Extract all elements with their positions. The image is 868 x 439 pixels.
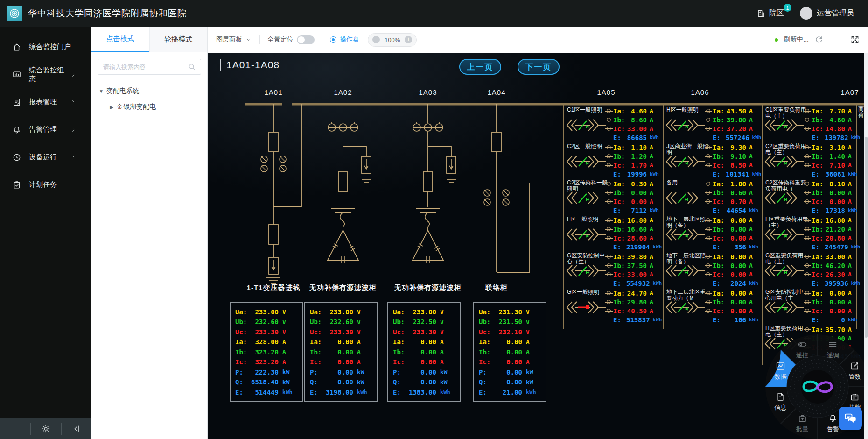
radial-item-批量[interactable]: 批量 (788, 413, 816, 433)
meter-row-Ub: Ub:231.50V (479, 317, 542, 327)
sidebar-item-1[interactable]: 综合监控门户 (0, 33, 91, 61)
meter-value: 232.10 (495, 328, 526, 336)
feeder-row-E: E:356kWh (706, 242, 761, 251)
meter-unit: kW (282, 379, 298, 386)
radial-item-遥调[interactable]: 遥调 (819, 340, 847, 360)
radial-item-信息[interactable]: 信息 (767, 392, 795, 412)
feeder-readouts: Ia:39.80AIb:37.50AIc:33.00AE:554932kWh (607, 252, 662, 288)
search-input[interactable] (102, 63, 187, 71)
tree-node-power-system[interactable]: ▼ 变配电系统 (91, 83, 207, 99)
feeder-entry: 备用Ia:1.00AIb:0.60AIc:0.70AE:44654kWh (665, 179, 761, 216)
meter-row-E: E:1383.00kWh (393, 387, 456, 397)
refresh-icon[interactable] (814, 35, 824, 44)
meter-value: 0.00 (409, 378, 440, 386)
sidebar-item-4[interactable]: 告警管理 (0, 116, 91, 143)
sidebar-collapse-button[interactable] (62, 424, 91, 433)
meter-row-Q: Q:6518.40kW (235, 377, 298, 388)
feeder-column-1A07: C1区重要负荷用电（主）Ia:7.70AIb:4.60AIc:14.80AE:1… (764, 106, 860, 361)
zoom-in-button[interactable]: + (405, 36, 412, 43)
bus-label-1A03: 1A03 (409, 88, 447, 96)
panorama-toggle[interactable] (297, 35, 315, 44)
feeder-row-value: 106 (726, 316, 749, 324)
doc-icon (776, 392, 785, 402)
meter-row-Uc: Uc:233.30V (393, 327, 456, 337)
meter-unit: V (357, 308, 373, 315)
meter-row-Ib: Ib:323.20A (235, 347, 298, 357)
radial-item-label: 批量 (788, 425, 816, 433)
feeder-row-label: E: (713, 243, 726, 251)
user-menu[interactable]: 运营管理员 (800, 7, 854, 20)
next-page-button[interactable]: 下一页 (518, 59, 560, 75)
switch-open-green-icon (764, 263, 804, 280)
ct-icon (607, 127, 611, 131)
feeder-row-value: 7.70 (825, 107, 848, 115)
meter-unit: A (440, 339, 456, 346)
campus-button[interactable]: 院区 1 (756, 8, 784, 18)
feeder-label: C2区一般照明 (567, 143, 610, 149)
feeder-row-Ia: Ia:7.70A (805, 106, 860, 115)
operation-pad-radio[interactable]: 操作盘 (330, 35, 359, 44)
feeder-row-Ic: Ic:0.00A (805, 306, 860, 315)
feeder-row-label: Ib: (812, 189, 825, 197)
scrollbar-thumb[interactable] (865, 137, 868, 338)
radial-item-遥控[interactable]: 遥控 (788, 340, 816, 360)
feeder-row-Ia: Ia:0.00A (805, 289, 860, 297)
switch-open-green-icon (764, 227, 804, 244)
tab-click-mode[interactable]: 点击模式 (91, 27, 149, 52)
feeder-row-label: Ic: (613, 271, 626, 278)
feeder-row-value: 21.20 (825, 226, 848, 233)
page-scrollbar[interactable] (864, 53, 868, 439)
tab-carousel-mode[interactable]: 轮播模式 (149, 27, 208, 52)
feeder-row-unit: A (650, 198, 662, 205)
feeder-row-label: E: (613, 243, 626, 251)
sidebar-item-2[interactable]: 综合监控组态 (0, 61, 91, 88)
feeder-row-E: E:86685kWh (607, 133, 662, 142)
feeder-row-label: Ia: (812, 180, 825, 188)
layer-panel-button[interactable]: 图层面板 (216, 35, 252, 44)
meter-unit: A (526, 339, 542, 346)
tree-node-jinyinhu[interactable]: ▶ 金银湖变配电 (91, 99, 207, 115)
chevron-right-icon (70, 127, 77, 133)
meter-row-Ua: Ua:233.00V (235, 307, 298, 317)
feeder-row-value: 28.60 (626, 234, 650, 242)
feeder-row-label: Ic: (812, 162, 825, 169)
theme-toggle-button[interactable] (31, 424, 61, 433)
feeder-row-label: Ic: (812, 198, 825, 205)
feeder-entry: C2区重要负荷用电（主）Ia:3.10AIb:1.40AIc:7.10AE:36… (764, 143, 860, 179)
meter-label: Ub: (393, 318, 409, 326)
ct-icon (805, 291, 809, 295)
feeder-row-Ic: Ic:26.30A (805, 270, 860, 279)
meter-unit: kW (357, 368, 373, 375)
feeder-row-unit: A (848, 234, 860, 241)
meter-row-Ia: Ia:0.00A (393, 337, 456, 347)
radial-item-label: 信息 (767, 404, 795, 412)
sidebar-footer (0, 418, 91, 439)
radial-item-数据[interactable]: 数据 (767, 361, 795, 381)
feeder-row-unit: A (848, 153, 860, 160)
sidebar-item-5[interactable]: 设备运行 (0, 143, 91, 171)
feeder-readouts: Ia:24.70AIb:29.80AIc:40.50AE:515837kWh (607, 289, 662, 324)
feeder-entry: C2区传染科重要负荷用电（Ia:0.10AIb:0.00AIc:0.00AE:1… (764, 179, 860, 216)
meter-unit: V (357, 328, 373, 335)
feeder-row-unit: kWh (752, 135, 764, 141)
meter-label: E: (393, 389, 409, 396)
meter-label: Uc: (235, 328, 251, 336)
monitor-icon (12, 70, 21, 79)
feeder-row-Ib: Ib:21.20A (805, 225, 860, 234)
feeder-row-Ib: Ib:0.00A (805, 188, 860, 197)
meter-label: Ua: (479, 308, 495, 316)
meter-unit: kW (440, 368, 456, 375)
meter-row-Uc: Uc:233.30V (235, 327, 298, 337)
sidebar-item-6[interactable]: 计划任务 (0, 171, 91, 198)
feeder-row-label: Ic: (713, 125, 726, 133)
chat-button[interactable] (839, 407, 862, 430)
feeder-row-E: E:395936kWh (805, 279, 860, 288)
meter-value: 0.00 (495, 378, 526, 386)
prev-page-button[interactable]: 上一页 (459, 59, 501, 75)
meter-unit: V (440, 319, 456, 326)
feeder-row-unit: A (749, 307, 761, 314)
zoom-out-button[interactable]: − (372, 36, 380, 43)
sidebar-item-3[interactable]: 报表管理 (0, 88, 91, 116)
ct-icon (607, 263, 611, 268)
fullscreen-icon[interactable] (850, 35, 860, 44)
